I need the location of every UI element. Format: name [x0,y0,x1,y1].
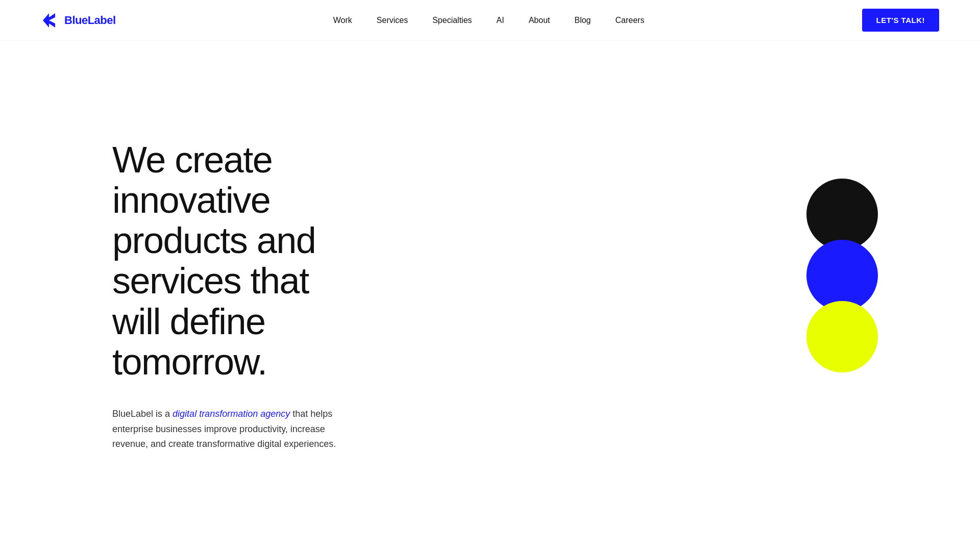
hero-section: We create innovative products and servic… [0,0,980,551]
svg-marker-0 [43,13,55,28]
nav-work[interactable]: Work [333,16,352,25]
nav-specialties[interactable]: Specialties [432,16,472,25]
decoration-circles [806,179,878,372]
circle-yellow [806,301,878,372]
logo-text: BlueLabel [64,14,116,27]
nav-blog[interactable]: Blog [574,16,591,25]
logo-icon [41,11,59,30]
hero-body-highlight: digital transformation agency [173,409,290,419]
nav-careers[interactable]: Careers [616,16,645,25]
cta-button[interactable]: LET'S TALK! [862,9,939,32]
nav-about[interactable]: About [529,16,550,25]
main-nav: Work Services Specialties AI About Blog … [333,16,645,25]
logo-link[interactable]: BlueLabel [41,11,116,30]
hero-heading: We create innovative products and servic… [112,140,357,382]
circle-blue [806,240,878,311]
nav-services[interactable]: Services [377,16,408,25]
hero-body: BlueLabel is a digital transformation ag… [112,407,357,452]
circle-black [806,179,878,250]
hero-body-prefix: BlueLabel is a [112,409,173,419]
site-header: BlueLabel Work Services Specialties AI A… [0,0,980,41]
hero-content: We create innovative products and servic… [0,140,561,452]
nav-ai[interactable]: AI [497,16,504,25]
